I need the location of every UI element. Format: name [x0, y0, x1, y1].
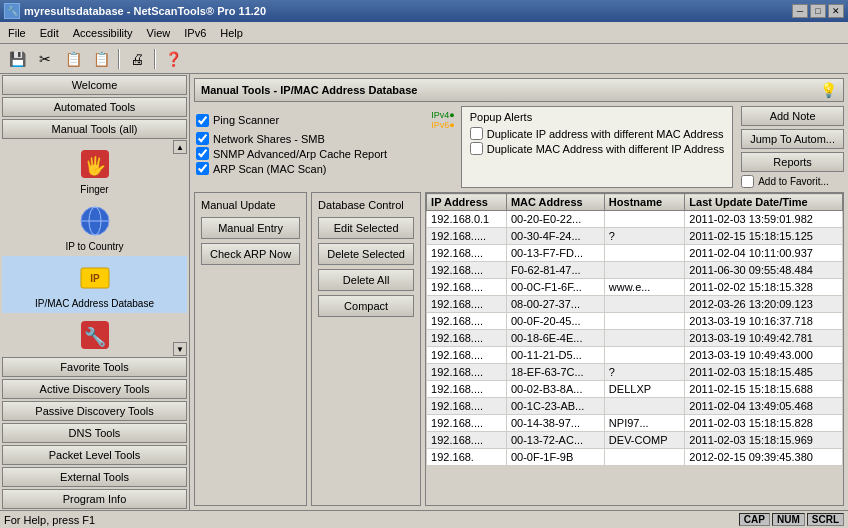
maximize-button[interactable]: □	[810, 4, 826, 18]
col-hostname[interactable]: Hostname	[604, 194, 684, 211]
database-control-panel: Database Control Edit Selected Delete Se…	[311, 192, 421, 506]
arp-scan-label: ARP Scan (MAC Scan)	[213, 163, 327, 175]
table-row[interactable]: 192.168.... 00-13-F7-FD... 2011-02-04 10…	[427, 245, 843, 262]
sidebar-icon-launcher[interactable]: 🔧 Launcher	[2, 313, 187, 356]
network-shares-checkbox[interactable]	[196, 132, 209, 145]
table-row[interactable]: 192.168.... 00-02-B3-8A... DELLXP 2011-0…	[427, 381, 843, 398]
col-ip[interactable]: IP Address	[427, 194, 507, 211]
check-arp-button[interactable]: Check ARP Now	[201, 243, 300, 265]
alert-dup-ip-checkbox[interactable]	[470, 127, 483, 140]
sidebar-favorite-tools[interactable]: Favorite Tools	[2, 357, 187, 377]
sidebar-icon-ip-country[interactable]: IP to Country	[2, 199, 187, 256]
table-row[interactable]: 192.168.... 00-11-21-D5... 2013-03-19 10…	[427, 347, 843, 364]
cell-mac: F0-62-81-47...	[506, 262, 604, 279]
toolbar-save[interactable]: 💾	[4, 47, 30, 71]
add-to-favorite-row: Add to Favorit...	[741, 175, 844, 188]
table-area: IP Address MAC Address Hostname Last Upd…	[425, 192, 844, 506]
ping-scanner-checkbox[interactable]	[196, 114, 209, 127]
delete-selected-button[interactable]: Delete Selected	[318, 243, 414, 265]
table-row[interactable]: 192.168.0.1 00-20-E0-22... 2011-02-03 13…	[427, 211, 843, 228]
toolbar-print[interactable]: 🖨	[124, 47, 150, 71]
db-control-title: Database Control	[318, 199, 414, 211]
cell-hostname: ?	[604, 228, 684, 245]
cell-hostname	[604, 296, 684, 313]
col-date[interactable]: Last Update Date/Time	[685, 194, 843, 211]
cell-mac: 00-11-21-D5...	[506, 347, 604, 364]
toolbar-copy[interactable]: 📋	[60, 47, 86, 71]
table-row[interactable]: 192.168..... 00-30-4F-24... ? 2011-02-15…	[427, 228, 843, 245]
arp-scan-checkbox[interactable]	[196, 162, 209, 175]
cell-ip: 192.168.	[427, 449, 507, 466]
snmp-checkbox[interactable]	[196, 147, 209, 160]
edit-selected-button[interactable]: Edit Selected	[318, 217, 414, 239]
table-row[interactable]: 192.168.... 00-18-6E-4E... 2013-03-19 10…	[427, 330, 843, 347]
add-note-button[interactable]: Add Note	[741, 106, 844, 126]
window-title: myresultsdatabase - NetScanTools® Pro 11…	[24, 5, 266, 17]
toolbar: 💾 ✂ 📋 📋 🖨 ❓	[0, 44, 848, 74]
bulb-icon: 💡	[820, 82, 837, 98]
table-row[interactable]: 192.168.... 00-14-38-97... NPI97... 2011…	[427, 415, 843, 432]
alert-duplicate-mac: Duplicate MAC Address with different IP …	[470, 142, 724, 155]
alert-dup-mac-checkbox[interactable]	[470, 142, 483, 155]
sidebar-welcome[interactable]: Welcome	[2, 75, 187, 95]
sidebar-dns-tools[interactable]: DNS Tools	[2, 423, 187, 443]
menu-view[interactable]: View	[141, 25, 177, 41]
sidebar-icon-ipmac[interactable]: IP IP/MAC Address Database	[2, 256, 187, 313]
app-icon: 🔧	[4, 3, 20, 19]
sidebar-external-tools[interactable]: External Tools	[2, 467, 187, 487]
table-row[interactable]: 192.168.... F0-62-81-47... 2011-06-30 09…	[427, 262, 843, 279]
jump-to-autom-button[interactable]: Jump To Autom...	[741, 129, 844, 149]
menu-file[interactable]: File	[2, 25, 32, 41]
cell-ip: 192.168....	[427, 398, 507, 415]
status-bar: For Help, press F1 CAP NUM SCRL	[0, 510, 848, 528]
sidebar-active-discovery[interactable]: Active Discovery Tools	[2, 379, 187, 399]
menu-ipv6[interactable]: IPv6	[178, 25, 212, 41]
menu-edit[interactable]: Edit	[34, 25, 65, 41]
toolbar-paste[interactable]: 📋	[88, 47, 114, 71]
table-row[interactable]: 192.168.... 18-EF-63-7C... ? 2011-02-03 …	[427, 364, 843, 381]
manual-entry-button[interactable]: Manual Entry	[201, 217, 300, 239]
sidebar-scroll-up[interactable]: ▲	[173, 140, 187, 154]
reports-button[interactable]: Reports	[741, 152, 844, 172]
table-row[interactable]: 192.168.... 00-13-72-AC... DEV-COMP 2011…	[427, 432, 843, 449]
menu-accessibility[interactable]: Accessibility	[67, 25, 139, 41]
sidebar-icons-container: ▲ 🖐 Finger	[0, 140, 189, 356]
table-row[interactable]: 192.168.... 08-00-27-37... 2012-03-26 13…	[427, 296, 843, 313]
toolbar-help[interactable]: ❓	[160, 47, 186, 71]
checkbox-arp-scan: ARP Scan (MAC Scan)	[196, 162, 455, 175]
cell-ip: 192.168....	[427, 313, 507, 330]
cell-date: 2012-03-26 13:20:09.123	[685, 296, 843, 313]
col-mac[interactable]: MAC Address	[506, 194, 604, 211]
toolbar-cut[interactable]: ✂	[32, 47, 58, 71]
svg-text:🖐: 🖐	[84, 155, 107, 177]
cell-mac: 00-0F-20-45...	[506, 313, 604, 330]
table-row[interactable]: 192.168.... 00-1C-23-AB... 2011-02-04 13…	[427, 398, 843, 415]
cell-hostname: DEV-COMP	[604, 432, 684, 449]
table-row[interactable]: 192.168.... 00-0F-20-45... 2013-03-19 10…	[427, 313, 843, 330]
cell-mac: 00-18-6E-4E...	[506, 330, 604, 347]
delete-all-button[interactable]: Delete All	[318, 269, 414, 291]
network-shares-label: Network Shares - SMB	[213, 133, 325, 145]
sidebar-automated-tools[interactable]: Automated Tools	[2, 97, 187, 117]
middle-section: Manual Update Manual Entry Check ARP Now…	[194, 192, 844, 506]
minimize-button[interactable]: ─	[792, 4, 808, 18]
sidebar-manual-tools[interactable]: Manual Tools (all)	[2, 119, 187, 139]
sidebar-icon-finger[interactable]: 🖐 Finger	[2, 142, 187, 199]
add-favorite-checkbox[interactable]	[741, 175, 754, 188]
compact-button[interactable]: Compact	[318, 295, 414, 317]
table-wrapper[interactable]: IP Address MAC Address Hostname Last Upd…	[426, 193, 843, 505]
alert-dup-mac-label: Duplicate MAC Address with different IP …	[487, 143, 724, 155]
sidebar-passive-discovery[interactable]: Passive Discovery Tools	[2, 401, 187, 421]
cell-date: 2011-02-03 15:18:15.485	[685, 364, 843, 381]
sidebar-scroll-down[interactable]: ▼	[173, 342, 187, 356]
sidebar-program-info[interactable]: Program Info	[2, 489, 187, 509]
table-row[interactable]: 192.168.... 00-0C-F1-6F... www.e... 2011…	[427, 279, 843, 296]
cell-ip: 192.168....	[427, 330, 507, 347]
menu-help[interactable]: Help	[214, 25, 249, 41]
close-button[interactable]: ✕	[828, 4, 844, 18]
ipmac-icon: IP	[77, 260, 113, 296]
ipv6-badge: IPv6●	[431, 120, 454, 130]
ipv4-badge: IPv4●	[431, 110, 454, 120]
sidebar-packet-level[interactable]: Packet Level Tools	[2, 445, 187, 465]
table-row[interactable]: 192.168. 00-0F-1F-9B 2012-02-15 09:39:45…	[427, 449, 843, 466]
